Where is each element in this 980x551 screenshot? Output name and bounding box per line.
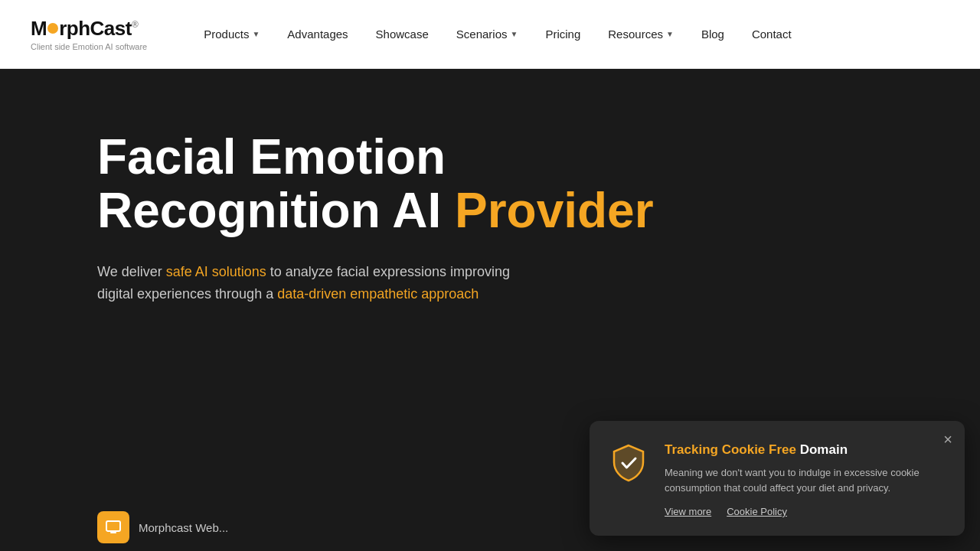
- cookie-title-orange: Tracking Cookie Free: [665, 442, 796, 457]
- nav-resources[interactable]: Resources ▼: [597, 21, 684, 47]
- cookie-close-button[interactable]: ×: [943, 432, 952, 447]
- hero-section: Facial Emotion Recognition AI Provider W…: [0, 69, 980, 551]
- nav-products[interactable]: Products ▼: [193, 21, 270, 47]
- product-hint-label: Morphcast Web...: [139, 521, 228, 534]
- cookie-banner: Tracking Cookie Free Domain Meaning we d…: [590, 421, 965, 536]
- site-header: MrphCast® Client side Emotion AI softwar…: [0, 0, 980, 69]
- product-icon-box: [97, 511, 129, 543]
- nav-contact[interactable]: Contact: [741, 21, 802, 47]
- main-nav: Products ▼ Advantages Showcase Scenarios…: [193, 21, 802, 47]
- cookie-content: Tracking Cookie Free Domain Meaning we d…: [665, 442, 946, 517]
- cookie-body: Meaning we don't want you to indulge in …: [665, 465, 946, 495]
- nav-showcase[interactable]: Showcase: [365, 21, 439, 47]
- cookie-title-bold: Domain: [796, 442, 848, 457]
- hero-title-highlight: Provider: [455, 183, 654, 238]
- logo[interactable]: MrphCast® Client side Emotion AI softwar…: [31, 17, 147, 51]
- hero-safe-ai-link[interactable]: safe AI solutions: [166, 264, 266, 279]
- logo-cast-text: Cast: [90, 17, 132, 40]
- hero-data-driven-link[interactable]: data-driven empathetic approach: [277, 286, 479, 302]
- nav-pricing[interactable]: Pricing: [534, 21, 591, 47]
- cookie-title: Tracking Cookie Free Domain: [665, 442, 946, 458]
- products-dropdown-icon: ▼: [252, 30, 260, 38]
- nav-scenarios[interactable]: Scenarios ▼: [446, 21, 529, 47]
- svg-rect-0: [106, 521, 120, 531]
- hero-title: Facial Emotion Recognition AI Provider: [97, 130, 980, 238]
- resources-dropdown-icon: ▼: [666, 30, 674, 38]
- hero-title-line1: Facial Emotion: [97, 129, 446, 184]
- logo-morph-text: Mrph: [31, 17, 90, 40]
- cookie-links: View more Cookie Policy: [665, 506, 946, 517]
- bottom-product-hint: Morphcast Web...: [97, 511, 228, 551]
- cookie-policy-link[interactable]: Cookie Policy: [727, 506, 787, 517]
- view-more-link[interactable]: View more: [665, 506, 711, 517]
- hero-subtitle: We deliver safe AI solutions to analyze …: [97, 261, 526, 305]
- nav-blog[interactable]: Blog: [691, 21, 735, 47]
- monitor-icon: [105, 519, 122, 536]
- logo-subtitle: Client side Emotion AI software: [31, 42, 147, 51]
- logo-trademark: ®: [132, 19, 138, 30]
- cookie-shield-icon: [608, 442, 649, 484]
- hero-subtitle-part1: We deliver: [97, 264, 166, 279]
- nav-advantages[interactable]: Advantages: [276, 21, 358, 47]
- hero-title-line2-normal: Recognition AI: [97, 183, 455, 238]
- scenarios-dropdown-icon: ▼: [511, 30, 518, 38]
